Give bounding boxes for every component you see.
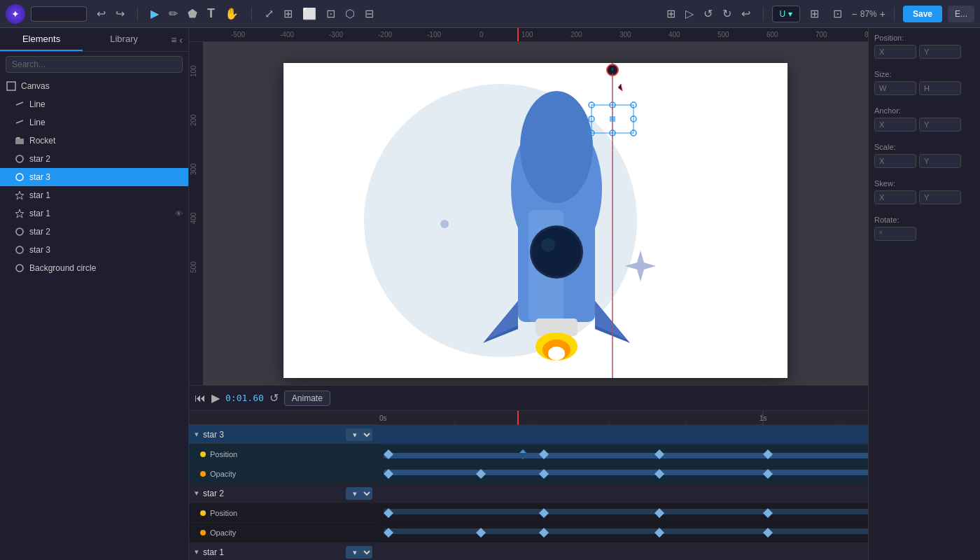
svg-marker-6 [15, 209, 24, 218]
element-label-star3: star 3 [29, 172, 183, 182]
list-view-button[interactable]: ≡ [171, 34, 176, 46]
align-button[interactable]: ⊞ [279, 4, 297, 23]
tl-chevron-star1: ▾ [195, 547, 199, 556]
svg-rect-0 [7, 82, 15, 90]
tl-ruler-label [189, 411, 378, 425]
timeline-header: ⏮ ▶ 0:01.60 ↺ Animate [189, 386, 868, 411]
fit-view-button[interactable]: ⊡ [829, 4, 846, 23]
project-name-field[interactable]: rocket [31, 6, 87, 22]
tab-library[interactable]: Library [83, 28, 165, 51]
shapes-tool-button[interactable]: ⬟ [183, 4, 202, 23]
svg-text:-100: -100 [427, 31, 441, 38]
line-icon-2 [14, 117, 25, 128]
rotate-button[interactable]: ↻ [718, 4, 736, 23]
timeline-tracks-svg: 0s 1s 2s [378, 411, 868, 560]
position-field: Position: [874, 34, 974, 59]
element-item-bgcircle[interactable]: Background circle [0, 259, 188, 277]
size-label: Size: [874, 70, 974, 78]
skew-x-input[interactable] [874, 190, 916, 204]
svg-point-36 [520, 91, 593, 203]
view-controls: ⊞ ▷ ↺ ↻ ↩ [662, 4, 755, 23]
svg-text:-200: -200 [378, 31, 392, 38]
grid-view-button[interactable]: ⊞ [806, 4, 823, 23]
rotate-input[interactable] [874, 227, 916, 241]
element-item-star3b[interactable]: star 3 [0, 241, 188, 259]
element-label-line1: Line [29, 99, 183, 109]
tab-elements[interactable]: Elements [0, 28, 83, 51]
tl-prop-star2-opacity: Opacity [189, 523, 378, 542]
undo-button[interactable]: ↩ [92, 4, 110, 23]
right-panel: Position: Size: Anchor: Scale: [868, 28, 980, 560]
loop-button[interactable]: ↺ [270, 391, 279, 405]
element-item-line2[interactable]: Line [0, 113, 188, 132]
skew-field: Skew: [874, 179, 974, 204]
export-button[interactable]: E... [948, 6, 974, 22]
position-y-input[interactable] [919, 45, 961, 59]
element-item-star2b[interactable]: star 2 [0, 223, 188, 241]
center-area: -500 -400 -300 -200 -100 0 100 200 300 4… [189, 28, 868, 560]
tl-dropdown-star1[interactable]: ▾ [346, 546, 372, 559]
group-button[interactable]: ⊟ [360, 4, 378, 23]
element-item-star1b[interactable]: star 1 👁 [0, 204, 188, 223]
svg-text:500: 500 [190, 261, 197, 273]
tl-group-star1[interactable]: ▾ star 1 ▾ [189, 542, 378, 560]
element-item-star1a[interactable]: star 1 [0, 186, 188, 204]
size-field: Size: [874, 70, 974, 95]
app-logo[interactable]: ✦ [6, 4, 25, 24]
tl-dropdown-star3[interactable]: ▾ [346, 428, 372, 441]
visibility-icon-star1b[interactable]: 👁 [175, 209, 183, 218]
svg-point-40 [532, 227, 581, 276]
tl-group-name-star2: star 2 [203, 489, 342, 498]
pen-tool-button[interactable]: ✏ [164, 4, 182, 23]
scale-y-input[interactable] [919, 154, 961, 168]
zoom-minus-button[interactable]: − [852, 8, 858, 20]
search-input[interactable] [6, 56, 183, 73]
element-item-canvas[interactable]: Canvas [0, 77, 188, 95]
frame-button[interactable]: ⬜ [298, 4, 321, 23]
anchor-y-input[interactable] [919, 118, 961, 132]
dot-star3-opacity [200, 471, 206, 477]
screen-button[interactable]: ⊞ [662, 4, 680, 23]
play-button[interactable]: ▶ [211, 391, 220, 405]
element-item-star3[interactable]: star 3 [0, 168, 188, 186]
dot-star2-opacity [200, 530, 206, 536]
text-tool-button[interactable]: T [203, 4, 219, 24]
uiverse-button[interactable]: U ▾ [772, 6, 800, 22]
redo-button[interactable]: ↪ [111, 4, 129, 23]
save-button[interactable]: Save [903, 6, 942, 22]
tl-group-name-star3: star 3 [203, 430, 342, 440]
rewind-button[interactable]: ⏮ [195, 392, 206, 405]
tl-dropdown-star2[interactable]: ▾ [346, 487, 372, 500]
animate-mode-button[interactable]: ↺ [699, 4, 717, 23]
svg-text:400: 400 [668, 31, 680, 38]
mask-button[interactable]: ⬡ [341, 4, 359, 23]
skew-y-input[interactable] [919, 190, 961, 204]
present-button[interactable]: ▷ [681, 4, 698, 23]
element-label-rocket: Rocket [29, 136, 183, 146]
animate-button[interactable]: Animate [284, 391, 330, 406]
canvas-icon [6, 80, 17, 92]
tl-group-star2[interactable]: ▾ star 2 ▾ [189, 484, 378, 503]
zoom-plus-button[interactable]: + [880, 8, 886, 20]
circle-icon-star2a [14, 153, 25, 164]
position-x-input[interactable] [874, 45, 916, 59]
size-w-input[interactable] [874, 81, 916, 95]
svg-line-2 [16, 120, 23, 123]
crop-button[interactable]: ⊡ [322, 4, 340, 23]
element-item-line1[interactable]: Line [0, 95, 188, 113]
skew-label: Skew: [874, 179, 974, 188]
transform-button[interactable]: ⤢ [260, 4, 278, 23]
tl-group-star3[interactable]: ▾ star 3 ▾ [189, 425, 378, 444]
anchor-x-input[interactable] [874, 118, 916, 132]
back-button[interactable]: ↩ [737, 4, 755, 23]
scale-x-input[interactable] [874, 154, 916, 168]
prop-name-star3-opacity: Opacity [210, 470, 372, 478]
size-h-input[interactable] [919, 81, 961, 95]
element-item-rocket[interactable]: Rocket [0, 132, 188, 150]
element-item-star2a[interactable]: star 2 [0, 150, 188, 168]
select-tool-button[interactable]: ▶ [146, 4, 163, 23]
hand-tool-button[interactable]: ✋ [220, 4, 243, 23]
project-name-input[interactable]: rocket [31, 6, 87, 22]
element-label-star1a: star 1 [29, 190, 183, 200]
panel-collapse-button[interactable]: ‹ [179, 34, 183, 46]
